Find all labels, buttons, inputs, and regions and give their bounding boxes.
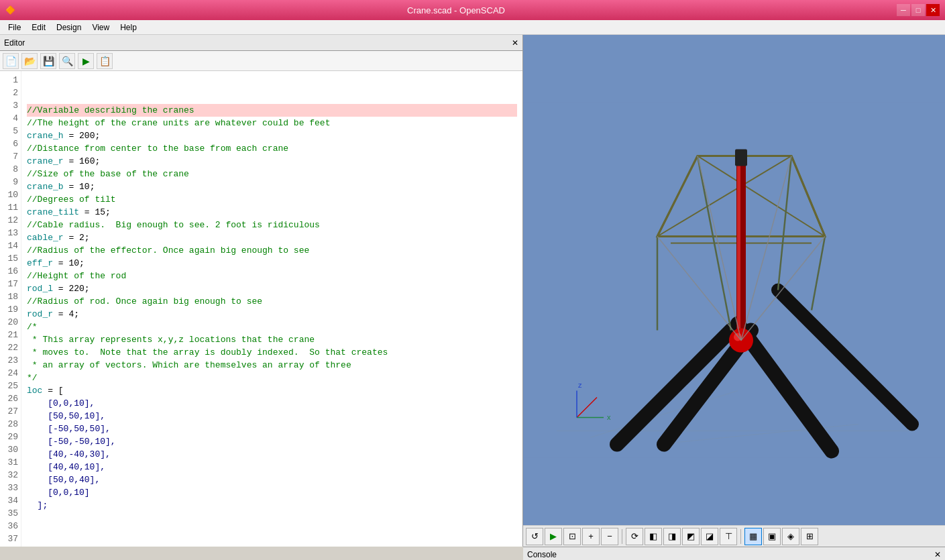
line-number: 5 — [5, 125, 18, 137]
menu-edit[interactable]: Edit — [26, 21, 51, 34]
code-content[interactable]: //Variable describing the cranes//The he… — [21, 71, 522, 547]
line-number: 23 — [5, 354, 18, 367]
code-line: crane_tilt = 15; — [27, 206, 517, 219]
editor-titlebar: Editor ✕ — [0, 35, 522, 51]
line-number: 30 — [5, 443, 18, 456]
code-line: */ — [27, 372, 517, 384]
line-numbers: 1234567891011121314151617181920212223242… — [0, 71, 21, 547]
menu-view[interactable]: View — [87, 21, 115, 34]
code-line: [0,0,10], — [27, 397, 517, 410]
code-line: loc = [ — [27, 384, 517, 397]
line-number: 37 — [5, 533, 18, 545]
line-number: 12 — [5, 214, 18, 227]
code-line: //Size of the base of the crane — [27, 168, 517, 180]
reset-view-button[interactable]: ↺ — [526, 528, 543, 545]
code-line: crane_r = 160; — [27, 155, 517, 168]
line-number: 3 — [5, 99, 18, 112]
zoom-fit-button[interactable]: ⊡ — [563, 528, 581, 545]
line-number: 33 — [5, 482, 18, 494]
line-number: 14 — [5, 239, 18, 252]
code-line: //Variable describing the cranes — [27, 104, 517, 117]
line-number: 18 — [5, 290, 18, 303]
line-number: 8 — [5, 163, 18, 176]
zoom-out-button[interactable]: − — [601, 528, 618, 545]
line-number: 28 — [5, 418, 18, 431]
line-number: 26 — [5, 392, 18, 405]
menubar: File Edit Design View Help — [0, 20, 945, 35]
viewport-panel: x z — [523, 35, 945, 547]
open-file-button[interactable]: 📂 — [21, 53, 38, 69]
bottom-area: Console ✕ Compiling design (CSG Tree gen… — [0, 547, 945, 560]
line-number: 20 — [5, 316, 18, 329]
restore-button[interactable]: □ — [911, 4, 925, 16]
code-line: //Radius of rod. Once again big enough t… — [27, 295, 517, 308]
line-number: 6 — [5, 137, 18, 150]
code-line: [-50,-50,10], — [27, 435, 517, 448]
line-number: 19 — [5, 303, 18, 316]
view-right-button[interactable]: ◪ — [701, 528, 718, 545]
code-line: /* — [27, 321, 517, 333]
code-line: //Height of the rod — [27, 270, 517, 282]
console-close-btn[interactable]: ✕ — [934, 550, 941, 559]
code-line: //The height of the crane units are what… — [27, 117, 517, 129]
new-file-button[interactable]: 📄 — [3, 53, 19, 69]
code-line: //Cable radius. Big enough to see. 2 foo… — [27, 219, 517, 231]
close-button[interactable]: ✕ — [926, 4, 940, 16]
code-line: [40,-40,30], — [27, 448, 517, 461]
perspective-button[interactable]: ◈ — [782, 528, 799, 545]
code-line: crane_h = 200; — [27, 129, 517, 142]
export-button[interactable]: 📋 — [97, 53, 113, 69]
code-line: * This array represents x,y,z locations … — [27, 333, 517, 346]
surface-view-button[interactable]: ▦ — [744, 528, 762, 545]
code-line: [-50,50,50], — [27, 423, 517, 435]
editor-close-btn[interactable]: ✕ — [512, 38, 518, 48]
find-button[interactable]: 🔍 — [59, 53, 75, 69]
line-number: 22 — [5, 341, 18, 354]
line-number: 34 — [5, 494, 18, 507]
rotate-button[interactable]: ⟳ — [626, 528, 643, 545]
orthographic-button[interactable]: ⊞ — [801, 528, 818, 545]
minimize-button[interactable]: ─ — [897, 4, 910, 16]
view-top-button[interactable]: ⊤ — [720, 528, 737, 545]
separator-1 — [622, 529, 622, 544]
svg-rect-26 — [735, 150, 747, 166]
menu-design[interactable]: Design — [51, 21, 87, 34]
svg-text:x: x — [607, 413, 611, 421]
app-logo: 🔶 — [5, 5, 15, 15]
code-line: [0,0,10] — [27, 486, 517, 499]
main-layout: Editor ✕ 📄 📂 💾 🔍 ▶ 📋 1234567891011121314… — [0, 35, 945, 560]
save-file-button[interactable]: 💾 — [40, 53, 56, 69]
zoom-in-button[interactable]: + — [582, 528, 600, 545]
console-titlebar: Console ✕ — [523, 547, 945, 560]
run-button[interactable]: ▶ — [78, 53, 94, 69]
line-number: 29 — [5, 431, 18, 443]
window-title: Crane.scad - OpenSCAD — [15, 5, 897, 15]
line-number: 35 — [5, 507, 18, 520]
code-line: rod_l = 220; — [27, 282, 517, 295]
view-back-button[interactable]: ◨ — [663, 528, 681, 545]
svg-rect-25 — [737, 163, 740, 337]
wireframe-view-button[interactable]: ▣ — [763, 528, 781, 545]
scene-svg: x z — [523, 35, 945, 525]
line-number: 9 — [5, 176, 18, 188]
menu-file[interactable]: File — [3, 21, 26, 34]
viewport-canvas[interactable]: x z — [523, 35, 945, 525]
line-number: 36 — [5, 520, 18, 533]
content-area: Editor ✕ 📄 📂 💾 🔍 ▶ 📋 1234567891011121314… — [0, 35, 945, 547]
code-line: * an array of vectors. Which are themsel… — [27, 359, 517, 372]
line-number: 10 — [5, 188, 18, 201]
code-line: eff_r = 10; — [27, 257, 517, 270]
menu-help[interactable]: Help — [115, 21, 142, 34]
code-editor[interactable]: 1234567891011121314151617181920212223242… — [0, 71, 522, 547]
code-line: ]; — [27, 499, 517, 512]
view-front-button[interactable]: ◧ — [645, 528, 662, 545]
render-button[interactable]: ▶ — [545, 528, 562, 545]
line-number: 32 — [5, 469, 18, 482]
code-line: crane_b = 10; — [27, 180, 517, 193]
line-number: 2 — [5, 87, 18, 99]
editor-bottom-spacer — [0, 547, 523, 560]
view-left-button[interactable]: ◩ — [682, 528, 700, 545]
code-line: //Degrees of tilt — [27, 193, 517, 206]
line-number: 21 — [5, 329, 18, 341]
code-line: * moves to. Note that the array is doubl… — [27, 346, 517, 359]
